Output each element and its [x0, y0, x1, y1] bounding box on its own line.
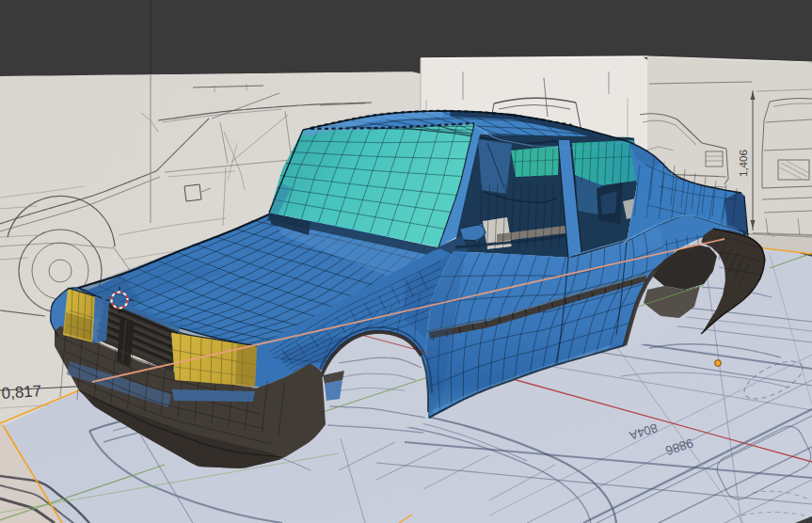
- svg-text:0,817: 0,817: [1, 382, 42, 403]
- svg-text:1,406: 1,406: [738, 150, 749, 177]
